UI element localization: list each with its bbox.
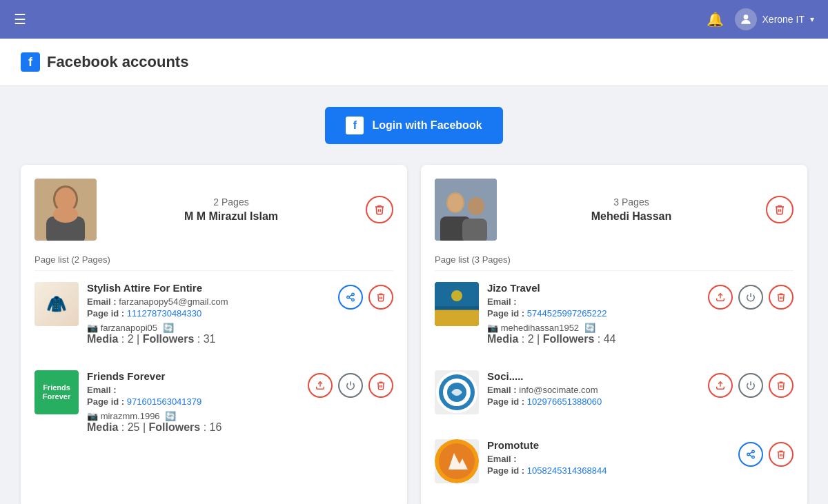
page-stats: Media : 25 | Followers : 16 xyxy=(87,421,299,434)
page-item: Promotute Email : Page id : 105824531436… xyxy=(435,439,793,494)
page-title: Facebook accounts xyxy=(47,53,188,71)
page-details: Jizo Travel Email : Page id : 5744525997… xyxy=(487,282,700,345)
svg-line-35 xyxy=(749,455,752,456)
power-button[interactable] xyxy=(738,285,763,310)
page-social: 📷 mirazmm.1996 🔄 xyxy=(87,411,299,421)
page-item: 🧥 Stylish Attire For Entire Email : farz… xyxy=(34,282,393,356)
svg-point-21 xyxy=(451,290,462,301)
refresh-icon[interactable]: 🔄 xyxy=(584,323,595,333)
svg-point-8 xyxy=(352,299,355,301)
page-email: Email : xyxy=(87,385,299,395)
connect-button[interactable] xyxy=(338,285,363,310)
page-email: Email : farzanapopy54@gmail.com xyxy=(87,296,330,307)
page-header: f Facebook accounts xyxy=(0,39,828,86)
page-actions xyxy=(708,285,793,310)
account-info: 2 Pages M M Mirazul Islam xyxy=(108,196,355,223)
delete-page-button[interactable] xyxy=(769,285,793,310)
page-item: Soci..... Email : info@socimate.com Page… xyxy=(435,370,793,425)
account-delete-button[interactable] xyxy=(366,196,393,223)
ig-handle: mirazmm.1996 xyxy=(101,411,160,421)
instagram-icon: 📷 xyxy=(87,411,98,421)
page-email: Email : xyxy=(487,296,700,307)
svg-point-0 xyxy=(743,14,748,19)
delete-page-button[interactable] xyxy=(769,373,793,398)
notification-bell-icon[interactable]: 🔔 xyxy=(707,11,724,28)
refresh-icon[interactable]: 🔄 xyxy=(163,323,174,333)
account-avatar xyxy=(435,179,497,241)
upload-button[interactable] xyxy=(708,285,733,310)
page-list-header: Page list (2 Pages) xyxy=(34,254,393,271)
page-id-link[interactable]: 971601563041379 xyxy=(127,396,201,407)
page-id: Page id : 5744525997265222 xyxy=(487,308,700,319)
pages-count: 2 Pages xyxy=(108,196,355,208)
page-name: Promotute xyxy=(487,439,730,451)
page-id-link[interactable]: 1058245314368844 xyxy=(527,465,607,476)
page-thumbnail xyxy=(435,439,479,483)
ig-handle: farzanapopi05 xyxy=(101,323,157,333)
page-id: Page id : 1058245314368844 xyxy=(487,465,730,476)
page-list-header: Page list (3 Pages) xyxy=(435,254,793,271)
page-email: Email : xyxy=(487,454,730,464)
ig-handle: mehedihassan1952 xyxy=(501,323,579,333)
account-delete-button[interactable] xyxy=(766,196,793,223)
facebook-logo-icon: f xyxy=(21,52,40,72)
svg-rect-18 xyxy=(462,219,487,241)
account-card-0: 2 Pages M M Mirazul Islam Page list (2 P… xyxy=(21,165,407,504)
page-social: 📷 farzanapopi05 🔄 xyxy=(87,323,330,333)
refresh-icon[interactable]: 🔄 xyxy=(165,411,176,421)
page-id: Page id : 111278730484330 xyxy=(87,308,330,319)
navbar: ☰ 🔔 Xerone IT ▾ xyxy=(0,0,828,39)
svg-point-5 xyxy=(53,206,78,223)
account-header: 2 Pages M M Mirazul Islam xyxy=(34,179,393,241)
dropdown-caret-icon: ▾ xyxy=(810,14,814,24)
pages-count: 3 Pages xyxy=(508,196,755,208)
delete-page-button[interactable] xyxy=(769,442,793,467)
page-stats: Media : 2 | Followers : 44 xyxy=(487,333,700,345)
account-header: 3 Pages Mehedi Hassan xyxy=(435,179,793,241)
accounts-grid: 2 Pages M M Mirazul Islam Page list (2 P… xyxy=(21,165,807,504)
power-button[interactable] xyxy=(738,373,763,398)
page-actions xyxy=(738,442,793,467)
page-thumbnail xyxy=(435,370,479,414)
page-name: Soci..... xyxy=(487,370,700,382)
login-with-facebook-button[interactable]: f Login with Facebook xyxy=(325,107,502,144)
account-name: Mehedi Hassan xyxy=(508,210,755,223)
hamburger-menu[interactable]: ☰ xyxy=(14,11,26,28)
facebook-icon: f xyxy=(346,117,364,134)
page-item: Friends Forever Friends Forever Email : … xyxy=(34,370,393,445)
account-name: M M Mirazul Islam xyxy=(108,210,355,223)
instagram-icon: 📷 xyxy=(87,323,98,333)
page-id: Page id : 102976651388060 xyxy=(487,396,700,407)
page-actions xyxy=(308,373,393,398)
user-menu[interactable]: Xerone IT ▾ xyxy=(735,8,814,30)
svg-point-33 xyxy=(747,453,750,456)
page-id: Page id : 971601563041379 xyxy=(87,396,299,407)
upload-button[interactable] xyxy=(708,373,733,398)
delete-page-button[interactable] xyxy=(368,373,393,398)
power-button[interactable] xyxy=(338,373,363,398)
svg-point-7 xyxy=(347,296,350,299)
delete-page-button[interactable] xyxy=(368,285,393,310)
page-id-link[interactable]: 102976651388060 xyxy=(527,396,602,407)
page-name: Friends Forever xyxy=(87,370,299,382)
navbar-right: 🔔 Xerone IT ▾ xyxy=(707,8,814,30)
page-email: Email : info@socimate.com xyxy=(487,385,700,395)
svg-line-9 xyxy=(349,298,352,299)
page-name: Stylish Attire For Entire xyxy=(87,282,330,294)
page-id-link[interactable]: 5744525997265222 xyxy=(527,308,607,319)
svg-point-15 xyxy=(448,194,463,212)
page-details: Friends Forever Email : Page id : 971601… xyxy=(87,370,299,434)
login-button-label: Login with Facebook xyxy=(372,119,482,132)
page-id-link[interactable]: 111278730484330 xyxy=(127,308,201,319)
svg-point-34 xyxy=(752,456,755,458)
user-name-label: Xerone IT xyxy=(762,14,805,25)
connect-button[interactable] xyxy=(738,442,763,467)
account-card-1: 3 Pages Mehedi Hassan Page list (3 Pages… xyxy=(421,165,807,504)
page-stats: Media : 2 | Followers : 31 xyxy=(87,333,330,345)
upload-button[interactable] xyxy=(308,373,333,398)
page-thumbnail: 🧥 xyxy=(34,282,79,326)
svg-rect-20 xyxy=(435,310,479,326)
page-name: Jizo Travel xyxy=(487,282,700,294)
svg-line-36 xyxy=(749,452,752,454)
page-item: Jizo Travel Email : Page id : 5744525997… xyxy=(435,282,793,356)
